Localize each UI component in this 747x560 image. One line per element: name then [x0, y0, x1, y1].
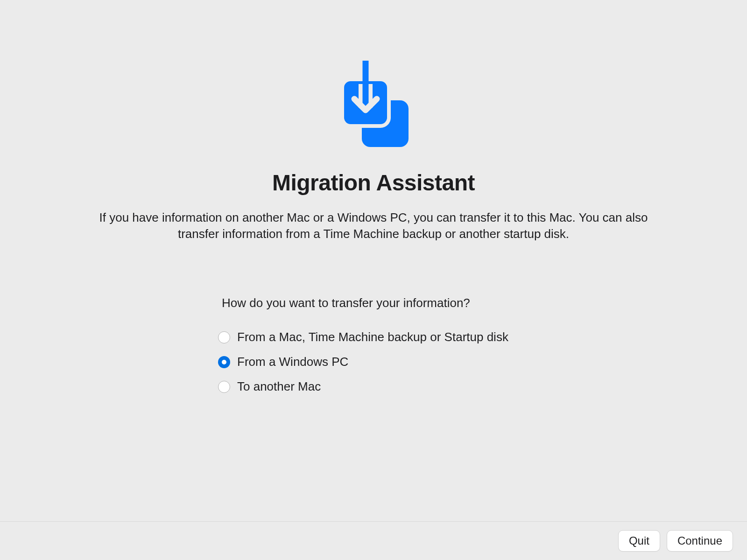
migration-assistant-window: Migration Assistant If you have informat…	[0, 0, 747, 560]
footer-bar: Quit Continue	[0, 521, 747, 560]
page-description: If you have information on another Mac o…	[79, 210, 668, 242]
radio-button-from-mac[interactable]	[218, 331, 230, 343]
option-to-mac[interactable]: To another Mac	[218, 379, 508, 394]
transfer-options-group: From a Mac, Time Machine backup or Start…	[218, 330, 508, 394]
main-content: Migration Assistant If you have informat…	[0, 0, 747, 521]
option-label: From a Windows PC	[237, 355, 348, 369]
option-from-mac[interactable]: From a Mac, Time Machine backup or Start…	[218, 330, 508, 344]
radio-button-to-mac[interactable]	[218, 381, 230, 393]
migration-icon	[334, 61, 413, 151]
option-label: To another Mac	[237, 379, 321, 394]
page-title: Migration Assistant	[272, 170, 475, 196]
continue-button[interactable]: Continue	[667, 530, 733, 552]
quit-button[interactable]: Quit	[618, 530, 660, 552]
option-label: From a Mac, Time Machine backup or Start…	[237, 330, 508, 344]
transfer-question: How do you want to transfer your informa…	[222, 296, 470, 310]
option-from-windows[interactable]: From a Windows PC	[218, 355, 508, 369]
radio-button-from-windows[interactable]	[218, 356, 230, 368]
